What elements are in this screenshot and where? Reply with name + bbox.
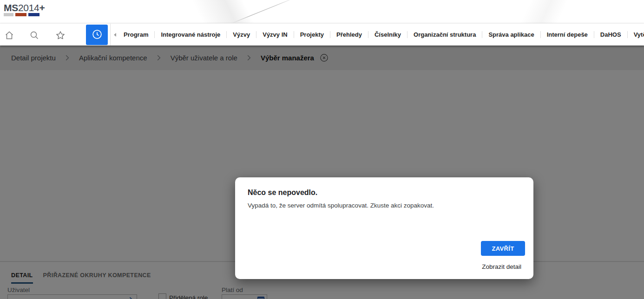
menu-item-organizacni-struktura[interactable]: Organizační struktura [407, 31, 482, 38]
navbar-divider [110, 24, 111, 46]
logo-bar-navy [28, 13, 39, 16]
close-dialog-button[interactable]: ZAVŘÍT [481, 241, 525, 256]
menu-item-integrovane-nastroje[interactable]: Integrované nástroje [154, 31, 226, 38]
logo-color-bars [4, 13, 39, 16]
logo-bar-gray [4, 13, 13, 16]
logo-ms: MS [4, 2, 18, 13]
menu-item-sprava-aplikace[interactable]: Správa aplikace [482, 31, 540, 38]
favorites-star-icon[interactable] [55, 30, 66, 41]
menu-item-vyzvy[interactable]: Výzvy [226, 31, 256, 38]
error-dialog-message: Vypadá to, že server odmítá spolupracova… [248, 202, 434, 209]
menu-item-ciselniky[interactable]: Číselníky [368, 31, 407, 38]
menu-item-vyzvy-in[interactable]: Výzvy IN [256, 31, 293, 38]
main-navbar: Program Integrované nástroje Výzvy Výzvy… [0, 23, 644, 46]
logo-bar-red [15, 13, 26, 16]
menu-item-program[interactable]: Program [118, 31, 154, 38]
main-menu: Program Integrované nástroje Výzvy Výzvy… [118, 24, 644, 46]
home-icon[interactable] [4, 30, 15, 41]
header-swoosh-shade [467, 0, 588, 23]
app-logo: MS2014+ [4, 2, 45, 13]
history-clock-button[interactable] [86, 25, 108, 45]
navbar-icon-group [0, 24, 86, 46]
logo-plus: + [39, 2, 45, 13]
menu-item-dahos[interactable]: DaHOS [594, 31, 627, 38]
error-dialog-title: Něco se nepovedlo. [248, 188, 317, 197]
history-clock-icon [91, 28, 103, 42]
show-detail-link[interactable]: Zobrazit detail [482, 263, 521, 270]
menu-item-interni-depese[interactable]: Interní depeše [540, 31, 594, 38]
collapse-chevron-icon[interactable] [114, 33, 116, 37]
menu-item-prehledy[interactable]: Přehledy [330, 31, 368, 38]
app-header: MS2014+ [0, 0, 644, 23]
logo-year: 2014 [18, 2, 39, 13]
header-swoosh-decoration [116, 0, 274, 23]
error-dialog: Něco se nepovedlo. Vypadá to, že server … [235, 177, 533, 279]
search-icon[interactable] [29, 30, 40, 41]
menu-item-vytezovani-dat[interactable]: Vytěžování dat [627, 31, 644, 38]
menu-item-projekty[interactable]: Projekty [294, 31, 330, 38]
